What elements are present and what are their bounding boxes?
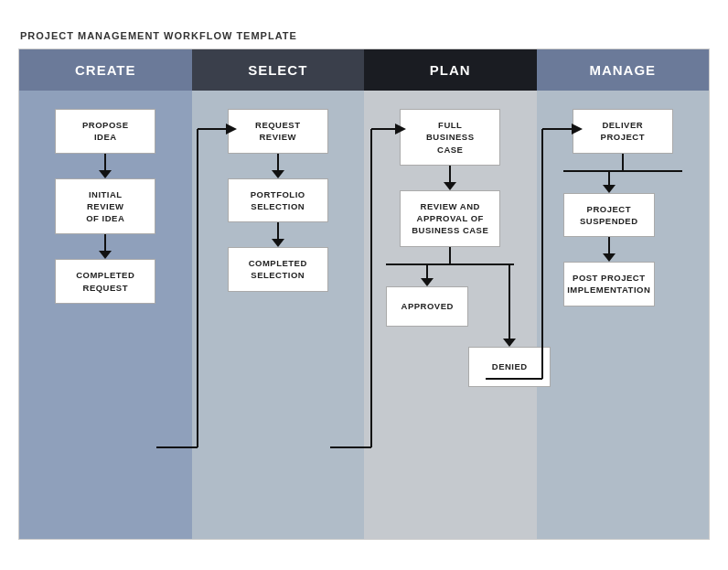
branch-project-suspended: PROJECTSUSPENDED POST PROJECTIMPLEMENTAT… bbox=[563, 172, 655, 307]
box-approved: APPROVED bbox=[386, 286, 468, 327]
fork-branches: APPROVED DENIED bbox=[386, 265, 514, 387]
branch-approved: APPROVED bbox=[386, 265, 468, 387]
arrow-down bbox=[272, 170, 284, 178]
col-select: REQUESTREVIEW PORTFOLIOSELECTION COMPLET… bbox=[192, 91, 365, 539]
header-plan: PLAN bbox=[364, 49, 537, 91]
col-manage: DELIVERPROJECT PROJECTSUSPENDED bbox=[537, 91, 710, 539]
box-post-project: POST PROJECTIMPLEMENTATION bbox=[563, 262, 655, 307]
vline bbox=[608, 237, 610, 253]
box-project-suspended: PROJECTSUSPENDED bbox=[563, 193, 655, 238]
vline bbox=[509, 265, 510, 339]
flow-select: REQUESTREVIEW PORTFOLIOSELECTION COMPLET… bbox=[228, 109, 328, 292]
body-row: PROPOSEIDEA INITIALREVIEWOF IDEA COMPLET… bbox=[19, 91, 709, 539]
vline bbox=[426, 265, 428, 278]
header-manage: MANAGE bbox=[537, 49, 710, 91]
vline bbox=[622, 154, 624, 170]
header-create: CREATE bbox=[19, 49, 192, 91]
flow-plan: FULLBUSINESSCASE REVIEW ANDAPPROVAL OFBU… bbox=[386, 109, 514, 387]
vline bbox=[449, 166, 451, 182]
manage-fork-branches: PROJECTSUSPENDED POST PROJECTIMPLEMENTAT… bbox=[563, 172, 682, 307]
manage-branch-area: PROJECTSUSPENDED POST PROJECTIMPLEMENTAT… bbox=[563, 154, 682, 307]
box-completed-request: COMPLETEDREQUEST bbox=[55, 259, 155, 304]
flow-manage: DELIVERPROJECT PROJECTSUSPENDED bbox=[563, 109, 682, 307]
arrow-down bbox=[99, 251, 112, 259]
box-review-approval: REVIEW ANDAPPROVAL OFBUSINESS CASE bbox=[400, 190, 500, 247]
vline bbox=[104, 154, 106, 170]
branch-area: APPROVED DENIED bbox=[386, 247, 514, 387]
box-propose-idea: PROPOSEIDEA bbox=[55, 109, 155, 154]
arrow-down bbox=[603, 185, 616, 193]
header-row: CREATE SELECT PLAN MANAGE bbox=[19, 49, 709, 91]
col-plan: FULLBUSINESSCASE REVIEW ANDAPPROVAL OFBU… bbox=[364, 91, 537, 539]
col-create: PROPOSEIDEA INITIALREVIEWOF IDEA COMPLET… bbox=[19, 91, 192, 539]
vline bbox=[104, 234, 106, 251]
vline bbox=[277, 222, 279, 239]
box-initial-review: INITIALREVIEWOF IDEA bbox=[55, 178, 155, 235]
page-title: PROJECT MANAGEMENT WORKFLOW TEMPLATE bbox=[18, 30, 710, 41]
box-denied: DENIED bbox=[468, 347, 551, 387]
box-deliver-project: DELIVERPROJECT bbox=[573, 109, 673, 154]
vline bbox=[449, 247, 451, 263]
box-full-business-case: FULLBUSINESSCASE bbox=[400, 109, 500, 166]
arrow-down bbox=[603, 253, 616, 262]
vline bbox=[608, 172, 610, 185]
arrow-down bbox=[99, 170, 112, 178]
arrow-down bbox=[272, 239, 284, 247]
arrow-down bbox=[421, 278, 434, 286]
workflow-container: PROJECT MANAGEMENT WORKFLOW TEMPLATE CRE… bbox=[18, 30, 710, 540]
arrow-down bbox=[444, 182, 456, 190]
box-completed-selection: COMPLETEDSELECTION bbox=[228, 247, 328, 292]
flow-create: PROPOSEIDEA INITIALREVIEWOF IDEA COMPLET… bbox=[55, 109, 155, 304]
workflow-diagram: CREATE SELECT PLAN MANAGE PROPOSEIDEA IN… bbox=[18, 48, 710, 540]
header-select: SELECT bbox=[192, 49, 365, 91]
manage-fork-hline bbox=[563, 170, 682, 172]
box-request-review: REQUESTREVIEW bbox=[228, 109, 328, 154]
arrow-down bbox=[503, 339, 516, 347]
box-portfolio-selection: PORTFOLIOSELECTION bbox=[228, 178, 328, 223]
fork-hline bbox=[386, 263, 514, 265]
vline bbox=[277, 154, 279, 170]
